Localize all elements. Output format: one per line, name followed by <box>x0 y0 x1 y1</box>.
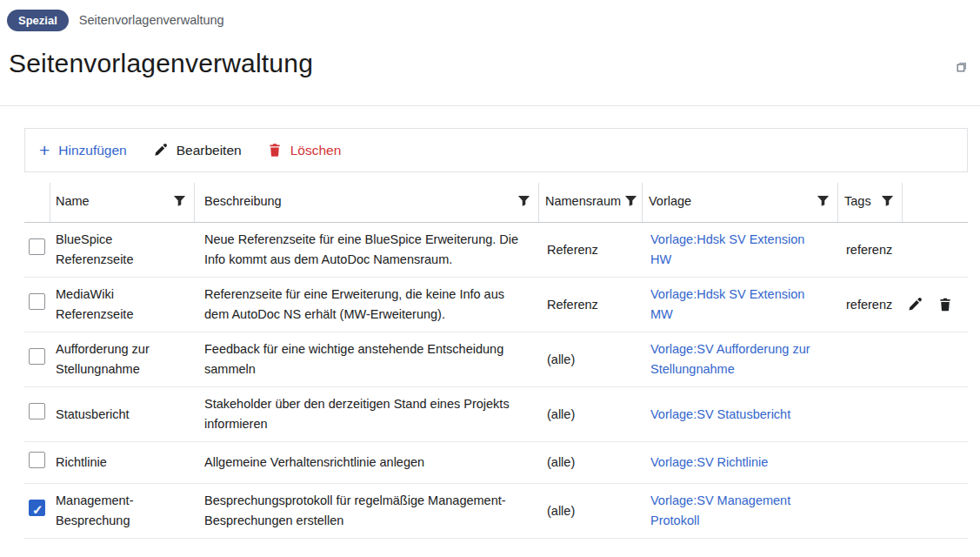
template-link[interactable]: Vorlage:Hdsk SV Extension HW <box>650 232 804 266</box>
table-row[interactable]: MediaWiki Referenzseite Referenzseite fü… <box>24 278 968 332</box>
toolbar: + Hinzufügen Bearbeiten Löschen <box>24 128 968 172</box>
cell-namespace: (alle) <box>538 446 642 480</box>
cell-template: Vorlage:SV Statusbericht <box>642 398 837 432</box>
template-link[interactable]: Vorlage:SV Statusbericht <box>650 407 790 421</box>
row-namespace: Referenz <box>547 298 598 312</box>
row-description: Neue Referenzseite für eine BlueSpice Er… <box>204 232 518 266</box>
row-namespace: (alle) <box>547 504 575 518</box>
header-tags-label: Tags <box>844 194 871 208</box>
header-checkbox-column <box>24 179 50 222</box>
row-namespace: (alle) <box>547 407 575 421</box>
row-checkbox[interactable] <box>29 348 45 365</box>
cell-tags <box>837 407 902 421</box>
header-template[interactable]: Vorlage <box>642 179 837 222</box>
cell-namespace: (alle) <box>538 343 642 377</box>
namespace-badge: Spezial <box>7 10 69 31</box>
header-namespace[interactable]: Namensraum <box>538 179 642 222</box>
cell-actions <box>902 456 968 470</box>
cell-description: Allgemeine Verhaltensrichtlinie anlegen <box>194 446 538 480</box>
header-description[interactable]: Beschreibung <box>194 179 538 222</box>
row-name: Aufforderung zur Stellungnahme <box>56 342 150 376</box>
delete-button[interactable]: Löschen <box>268 143 342 158</box>
template-link[interactable]: Vorlage:Hdsk SV Extension MW <box>650 287 804 321</box>
filter-icon[interactable] <box>173 194 186 207</box>
cell-checkbox <box>24 396 50 433</box>
edit-button[interactable]: Bearbeiten <box>153 143 242 158</box>
cell-name: Management-Besprechung <box>50 484 194 538</box>
row-name: Management-Besprechung <box>56 493 133 527</box>
cell-tags <box>837 352 902 366</box>
title-divider <box>0 105 980 106</box>
cell-name: Richtlinie <box>50 446 194 480</box>
row-tags: referenz <box>846 298 892 312</box>
cell-description: Feedback für eine wichtige anstehende En… <box>194 332 538 386</box>
cell-tags: referenz <box>837 233 902 267</box>
row-checkbox[interactable] <box>29 403 45 419</box>
header-tags[interactable]: Tags <box>837 179 902 222</box>
row-description: Referenzseite für eine Erweiterung, die … <box>204 287 504 321</box>
table-row[interactable]: Statusbericht Stakeholder über den derze… <box>24 387 968 442</box>
delete-button-label: Löschen <box>290 143 342 158</box>
breadcrumb: Spezial Seitenvorlagenverwaltung <box>0 0 980 31</box>
header-namespace-label: Namensraum <box>545 194 621 208</box>
row-edit-icon[interactable] <box>907 297 923 312</box>
header-template-label: Vorlage <box>649 194 691 208</box>
cell-tags <box>837 504 902 518</box>
filter-icon[interactable] <box>881 194 894 207</box>
row-delete-icon[interactable] <box>938 297 952 312</box>
table-body: BlueSpice Referenzseite Neue Referenzsei… <box>24 223 968 539</box>
row-checkbox[interactable] <box>29 452 45 468</box>
cell-template: Vorlage:Hdsk SV Extension MW <box>642 278 837 332</box>
breadcrumb-page: Seitenvorlagenverwaltung <box>79 13 224 27</box>
fullscreen-icon[interactable] <box>956 61 968 77</box>
template-link[interactable]: Vorlage:SV Management Protokoll <box>650 493 790 527</box>
cell-template: Vorlage:SV Richtlinie <box>642 446 837 480</box>
table-row[interactable]: Management-Besprechung Besprechungsproto… <box>24 484 968 539</box>
row-tags: referenz <box>846 243 892 257</box>
cell-name: Aufforderung zur Stellungnahme <box>50 332 194 386</box>
cell-name: BlueSpice Referenzseite <box>50 223 194 277</box>
table-row[interactable]: Richtlinie Allgemeine Verhaltensrichtlin… <box>24 442 968 484</box>
cell-tags <box>837 456 902 470</box>
template-link[interactable]: Vorlage:SV Aufforderung zur Stellungnahm… <box>650 342 810 376</box>
cell-description: Referenzseite für eine Erweiterung, die … <box>194 278 538 332</box>
page-title: Seitenvorlagenverwaltung <box>9 49 971 78</box>
row-description: Stakeholder über den derzeitigen Stand e… <box>204 397 510 431</box>
row-name: Richtlinie <box>56 455 107 469</box>
cell-namespace: Referenz <box>538 288 642 322</box>
template-link[interactable]: Vorlage:SV Richtlinie <box>650 455 768 469</box>
filter-icon[interactable] <box>517 194 530 207</box>
cell-actions <box>902 407 968 421</box>
cell-actions <box>902 352 968 366</box>
table-row[interactable]: BlueSpice Referenzseite Neue Referenzsei… <box>24 223 968 278</box>
cell-checkbox <box>24 232 50 268</box>
cell-template: Vorlage:Hdsk SV Extension HW <box>642 223 837 277</box>
cell-checkbox <box>24 445 50 481</box>
cell-checkbox <box>24 341 50 378</box>
cell-description: Stakeholder über den derzeitigen Stand e… <box>194 387 538 441</box>
add-button-label: Hinzufügen <box>58 143 126 158</box>
row-namespace: Referenz <box>547 243 598 257</box>
row-description: Allgemeine Verhaltensrichtlinie anlegen <box>204 455 424 469</box>
plus-icon: + <box>39 143 50 158</box>
filter-icon[interactable] <box>817 194 830 207</box>
row-description: Feedback für eine wichtige anstehende En… <box>204 342 503 376</box>
row-checkbox[interactable] <box>29 238 45 255</box>
row-checkbox[interactable] <box>29 500 45 516</box>
cell-template: Vorlage:SV Aufforderung zur Stellungnahm… <box>642 332 837 386</box>
row-name: BlueSpice Referenzseite <box>56 232 133 266</box>
cell-namespace: (alle) <box>538 398 642 432</box>
add-button[interactable]: + Hinzufügen <box>39 143 127 158</box>
edit-button-label: Bearbeiten <box>177 143 242 158</box>
row-checkbox[interactable] <box>29 293 45 310</box>
cell-name: MediaWiki Referenzseite <box>50 278 194 332</box>
header-name[interactable]: Name <box>50 179 194 222</box>
row-name: MediaWiki Referenzseite <box>56 287 133 321</box>
table-row[interactable]: Aufforderung zur Stellungnahme Feedback … <box>24 332 968 387</box>
filter-icon[interactable] <box>624 194 637 207</box>
cell-template: Vorlage:SV Management Protokoll <box>642 484 837 538</box>
row-description: Besprechungsprotokoll für regelmäßige Ma… <box>204 493 506 527</box>
cell-namespace: Referenz <box>538 233 642 267</box>
cell-actions <box>902 290 968 319</box>
cell-actions <box>902 243 968 257</box>
